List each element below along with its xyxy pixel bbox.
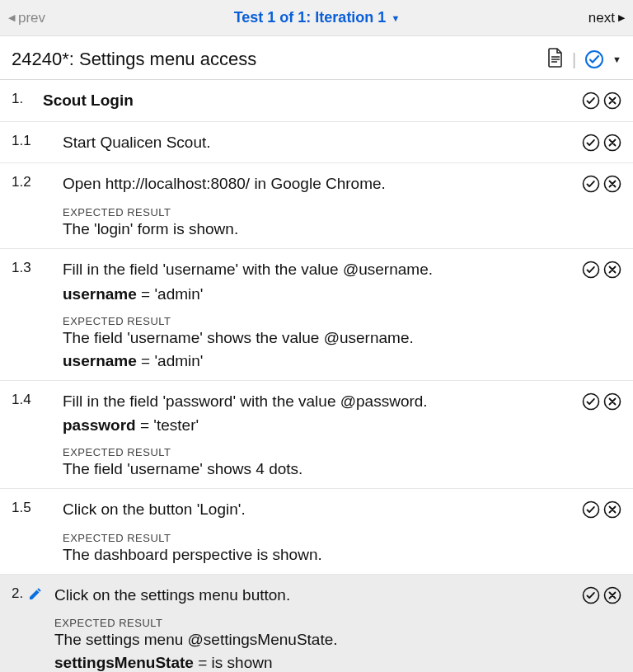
iteration-title: Test 1 of 1: Iteration 1 — [234, 9, 387, 26]
pass-button[interactable] — [582, 586, 600, 604]
fail-button[interactable] — [603, 134, 621, 152]
step-number: 1. — [12, 90, 35, 107]
test-header: 24240*: Settings menu access | ▼ — [0, 36, 633, 80]
pass-button[interactable] — [582, 261, 600, 279]
pass-button[interactable] — [582, 134, 600, 152]
step-param[interactable]: settingsMenuState = is shown — [54, 654, 574, 672]
expected-label: EXPECTED RESULT — [54, 617, 574, 629]
step-number: 1.5 — [12, 499, 46, 516]
step-param: password = 'tester' — [63, 416, 574, 435]
expected-text: The dashboard perspective is shown. — [63, 546, 574, 564]
step-text: Start Qualicen Scout. — [63, 132, 574, 153]
fail-button[interactable] — [603, 92, 621, 110]
next-label: next — [588, 10, 615, 26]
test-nav-bar: ◀ prev Test 1 of 1: Iteration 1 ▼ next ▶ — [0, 0, 633, 36]
iteration-dropdown[interactable]: Test 1 of 1: Iteration 1 ▼ — [234, 9, 401, 26]
step-param: username = 'admin' — [63, 285, 574, 303]
pass-button[interactable] — [582, 175, 600, 193]
document-icon[interactable] — [547, 48, 564, 71]
step-row: 1.5 Click on the button 'Login'. EXPECTE… — [0, 489, 633, 575]
step-number: 2. — [12, 585, 46, 602]
expected-text: The field 'username' shows 4 dots. — [63, 460, 574, 478]
step-text: Click on the button 'Login'. — [63, 499, 574, 520]
expected-text[interactable]: The settings menu @settingsMenuState. — [54, 631, 574, 649]
step-param: username = 'admin' — [63, 352, 574, 370]
expected-label: EXPECTED RESULT — [63, 315, 574, 327]
next-button[interactable]: next ▶ — [588, 10, 625, 26]
header-actions: | ▼ — [547, 48, 621, 71]
step-row: 1.4 Fill in the field 'password' with th… — [0, 381, 633, 490]
fail-button[interactable] — [603, 586, 621, 604]
step-number: 1.3 — [12, 259, 46, 276]
step-row: 1.2 Open http://localhost:8080/ in Googl… — [0, 163, 633, 249]
pass-button[interactable] — [582, 500, 600, 519]
fail-button[interactable] — [603, 261, 621, 279]
prev-button[interactable]: ◀ prev — [8, 10, 45, 26]
step-row-editing[interactable]: 2. Click on the settings menu button. EX… — [0, 575, 633, 672]
step-text[interactable]: Click on the settings menu button. — [54, 585, 574, 606]
status-dropdown[interactable]: ▼ — [612, 54, 621, 64]
caret-down-icon: ▼ — [391, 13, 400, 23]
expected-label: EXPECTED RESULT — [63, 446, 574, 458]
pass-button[interactable] — [582, 92, 600, 110]
step-number: 1.4 — [12, 391, 46, 408]
step-row: 1.3 Fill in the field 'username' with th… — [0, 249, 633, 381]
chevron-left-icon: ◀ — [8, 13, 15, 22]
pencil-icon[interactable] — [28, 586, 43, 601]
prev-label: prev — [18, 10, 45, 26]
section-title: Scout Login — [43, 90, 574, 111]
test-title: 24240*: Settings menu access — [12, 49, 256, 70]
divider: | — [572, 50, 576, 69]
chevron-right-icon: ▶ — [618, 13, 625, 22]
pass-button[interactable] — [582, 392, 600, 411]
step-text: Open http://localhost:8080/ in Google Ch… — [63, 173, 574, 195]
fail-button[interactable] — [603, 175, 621, 193]
step-text: Fill in the field 'password' with the va… — [63, 391, 574, 412]
step-number: 1.2 — [12, 173, 46, 190]
expected-text: The 'login' form is shown. — [63, 220, 574, 238]
status-check-icon[interactable] — [584, 49, 604, 69]
fail-button[interactable] — [603, 500, 621, 519]
fail-button[interactable] — [603, 392, 621, 411]
section-row: 1. Scout Login — [0, 80, 633, 122]
step-text: Fill in the field 'username' with the va… — [63, 259, 574, 280]
expected-label: EXPECTED RESULT — [63, 206, 574, 219]
step-number: 1.1 — [12, 132, 46, 149]
expected-label: EXPECTED RESULT — [63, 532, 574, 544]
step-row: 1.1 Start Qualicen Scout. — [0, 122, 633, 164]
expected-text: The field 'username' shows the value @us… — [63, 329, 574, 347]
